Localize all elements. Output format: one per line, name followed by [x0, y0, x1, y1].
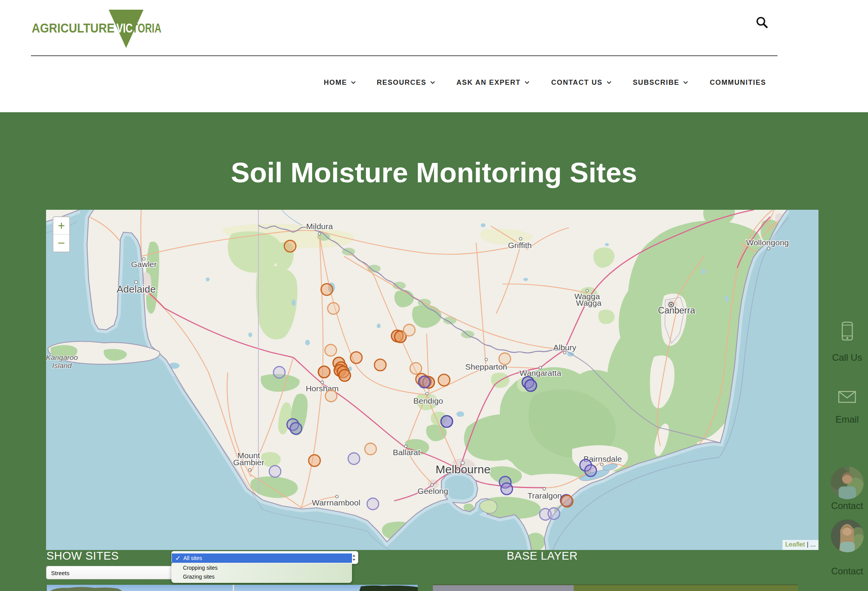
svg-text:Wagga: Wagga — [576, 298, 601, 307]
svg-text:Melbourne: Melbourne — [436, 463, 490, 476]
svg-text:Mildura: Mildura — [306, 222, 333, 231]
svg-text:Gambier: Gambier — [233, 458, 265, 467]
svg-text:Island: Island — [52, 361, 72, 370]
svg-text:Traralgon: Traralgon — [527, 491, 562, 500]
svg-text:Geelong: Geelong — [417, 487, 448, 495]
svg-text:Bendigo: Bendigo — [413, 396, 443, 405]
svg-text:Kangaroo: Kangaroo — [46, 353, 78, 361]
svg-text:Griffith: Griffith — [508, 241, 531, 250]
svg-text:Gawler: Gawler — [131, 260, 157, 269]
svg-text:Canberra: Canberra — [658, 305, 695, 315]
svg-text:Wangaratta: Wangaratta — [519, 368, 561, 377]
svg-text:Ballarat: Ballarat — [393, 448, 420, 457]
svg-text:Wollongong: Wollongong — [746, 238, 789, 247]
svg-text:Adelaide: Adelaide — [116, 283, 155, 295]
svg-text:VIC: VIC — [116, 21, 133, 35]
svg-text:Albury: Albury — [553, 343, 576, 352]
svg-text:Warrnambool: Warrnambool — [312, 498, 360, 507]
svg-text:AGRICULTURE: AGRICULTURE — [32, 21, 114, 35]
